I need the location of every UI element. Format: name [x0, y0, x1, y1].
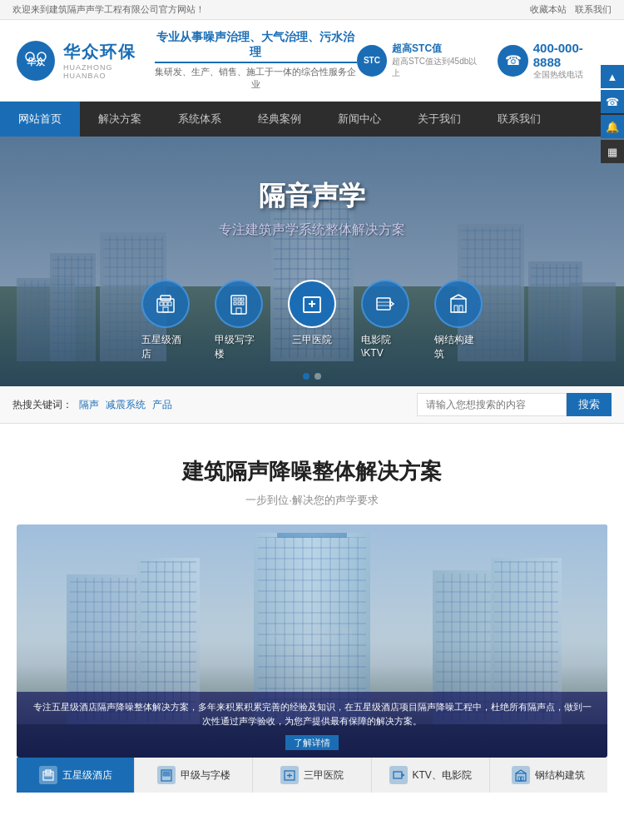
banner-categories: 五星级酒店 甲级写字楼 三甲医院 电影院\KTV: [141, 280, 483, 361]
showcase-more: 了解详情: [29, 734, 595, 749]
svg-rect-14: [234, 302, 236, 305]
nav-home[interactable]: 网站首页: [0, 102, 80, 137]
page-wrapper: 欢迎来到建筑隔声声学工程有限公司官方网站！ 收藏本站 联系我们 华众 华众环保 …: [0, 0, 624, 840]
nav-cases[interactable]: 经典案例: [240, 102, 319, 137]
showcase-more-btn[interactable]: 了解详情: [285, 735, 339, 750]
stc-text: 超高STC值 超高STC值达到45db以上: [392, 42, 481, 79]
phone-subtitle: 全国热线电话: [533, 69, 607, 81]
solution-subtitle: 一步到位·解决您的声学要求: [17, 493, 607, 508]
svg-rect-29: [459, 306, 463, 312]
keyword-2[interactable]: 减震系统: [106, 398, 146, 412]
sidebar-alert-btn[interactable]: 🔔: [601, 115, 624, 138]
keyword-label: 热搜关键词：: [12, 398, 72, 412]
phone-text: 400-000-8888 全国热线电话: [533, 41, 607, 81]
dot-1[interactable]: [303, 373, 310, 380]
system-section: 系统体系 您的需求，我们解决。有梦想，就有空间！: [0, 818, 624, 840]
hot-keywords: 热搜关键词： 隔声 减震系统 产品: [12, 398, 172, 412]
tab-hospital[interactable]: 三甲医院: [253, 758, 371, 793]
svg-text:华众: 华众: [26, 57, 46, 67]
cat-hotel-label: 五星级酒店: [141, 333, 190, 361]
header-tagline-title: 专业从事噪声治理、大气治理、污水治理: [155, 30, 357, 63]
svg-rect-38: [168, 772, 170, 773]
watermark-text: A B C素材网: [269, 627, 355, 642]
banner-dots: [303, 373, 321, 380]
svg-rect-9: [163, 307, 168, 312]
cat-hotel[interactable]: 五星级酒店: [141, 280, 190, 361]
nav-contact[interactable]: 联系我们: [479, 102, 559, 137]
nav-solutions[interactable]: 解决方案: [80, 102, 160, 137]
cat-office[interactable]: 甲级写字楼: [215, 280, 263, 361]
svg-rect-39: [163, 774, 165, 776]
logo-pinyin: HUAZHONG HUANBAO: [63, 63, 155, 80]
showcase-info-text: 专注五星级酒店隔声降噪整体解决方案，多年来积累积累完善的经验及知识，在五星级酒店…: [29, 700, 595, 729]
stc-icon: STC: [357, 45, 387, 77]
header: 华众 华众环保 HUAZHONG HUANBAO 专业从事噪声治理、大气治理、污…: [0, 20, 624, 102]
cat-cinema-icon: [361, 280, 409, 328]
tab-ktv-label: KTV、电影院: [413, 768, 472, 783]
search-bar: 热搜关键词： 隔声 减震系统 产品 搜索: [0, 386, 624, 424]
cat-office-icon: [215, 280, 263, 328]
contact-link[interactable]: 联系我们: [575, 3, 612, 16]
search-group: 搜索: [417, 393, 612, 416]
favorites-link[interactable]: 收藏本站: [530, 3, 567, 16]
svg-rect-11: [234, 298, 236, 301]
svg-marker-22: [390, 301, 394, 306]
sidebar-qr-btn[interactable]: ▦: [601, 140, 624, 163]
sidebar-phone-btn[interactable]: ☎: [601, 90, 624, 113]
logo-icon: 华众: [17, 41, 55, 81]
svg-rect-12: [238, 298, 240, 301]
phone-number: 400-000-8888: [533, 41, 607, 69]
logo-area: 华众 华众环保 HUAZHONG HUANBAO: [17, 41, 155, 81]
cat-steel[interactable]: 钢结构建筑: [434, 280, 483, 361]
tab-office[interactable]: 甲级与字楼: [135, 758, 253, 793]
logo-text-area: 华众环保 HUAZHONG HUANBAO: [63, 41, 155, 80]
svg-rect-45: [394, 772, 402, 778]
svg-rect-36: [163, 772, 165, 773]
svg-rect-17: [236, 308, 241, 314]
stc-area: STC 超高STC值 超高STC值达到45db以上: [357, 42, 482, 79]
cat-steel-label: 钢结构建筑: [434, 333, 483, 361]
svg-rect-47: [516, 773, 526, 781]
svg-rect-51: [522, 777, 524, 781]
tab-steel-label: 钢结构建筑: [535, 768, 585, 783]
svg-rect-15: [238, 302, 240, 305]
logo-name: 华众环保: [63, 41, 155, 63]
cat-steel-icon: [434, 280, 483, 328]
phone-icon: ☎: [498, 45, 527, 77]
tab-hospital-icon: [280, 766, 299, 784]
svg-rect-41: [168, 774, 170, 776]
svg-rect-5: [161, 296, 171, 301]
svg-rect-8: [168, 302, 171, 306]
nav-about[interactable]: 关于我们: [399, 102, 479, 137]
header-tagline: 专业从事噪声治理、大气治理、污水治理 集研发、生产、销售、施工于一体的综合性服务…: [155, 30, 357, 91]
svg-rect-32: [45, 774, 47, 776]
tab-hotel[interactable]: 五星级酒店: [17, 758, 135, 793]
right-sidebar: ▲ ☎ 🔔 ▦: [601, 65, 624, 165]
svg-rect-40: [166, 774, 167, 776]
sidebar-top-btn[interactable]: ▲: [601, 65, 624, 88]
keyword-3[interactable]: 产品: [152, 398, 172, 412]
tab-steel-icon: [512, 766, 530, 784]
keyword-1[interactable]: 隔声: [79, 398, 99, 412]
tab-hotel-icon: [39, 766, 57, 784]
nav-news[interactable]: 新闻中心: [319, 102, 399, 137]
showcase-info-overlay: 专注五星级酒店隔声降噪整体解决方案，多年来积累积累完善的经验及知识，在五星级酒店…: [17, 692, 607, 758]
tab-steel[interactable]: 钢结构建筑: [490, 758, 607, 793]
dot-2[interactable]: [314, 373, 321, 380]
search-input[interactable]: [417, 393, 567, 416]
cat-cinema[interactable]: 电影院\KTV: [361, 280, 409, 361]
svg-rect-28: [454, 306, 458, 312]
cat-hospital-label: 三甲医院: [292, 333, 332, 347]
nav-systems[interactable]: 系统体系: [160, 102, 240, 137]
phone-area: ☎ 400-000-8888 全国热线电话: [498, 41, 607, 81]
svg-rect-37: [166, 772, 167, 773]
tab-ktv[interactable]: KTV、电影院: [372, 758, 490, 793]
svg-rect-25: [451, 299, 466, 312]
cat-hospital[interactable]: 三甲医院: [288, 280, 336, 361]
svg-rect-6: [160, 302, 163, 306]
search-button[interactable]: 搜索: [567, 393, 612, 416]
svg-rect-13: [241, 298, 244, 301]
main-nav: 网站首页 解决方案 系统体系 经典案例 新闻中心 关于我们 联系我们: [0, 102, 624, 137]
top-bar-links: 收藏本站 联系我们: [530, 3, 612, 16]
cat-cinema-label: 电影院\KTV: [361, 333, 409, 359]
